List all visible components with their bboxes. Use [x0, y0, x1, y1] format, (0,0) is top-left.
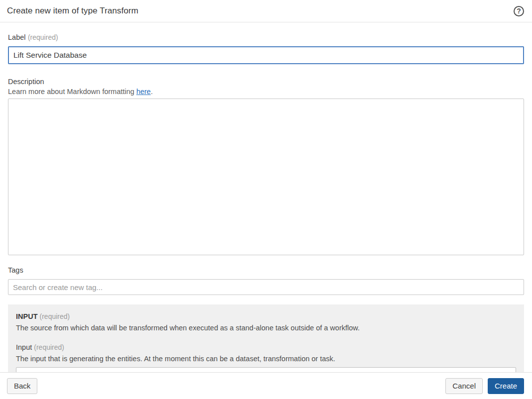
label-required-hint: (required) — [28, 33, 58, 41]
tags-label-row: Tags — [8, 266, 524, 275]
label-field-label-row: Label (required) — [8, 33, 524, 42]
dialog-header: Create new item of type Transform ? — [0, 0, 532, 22]
markdown-here-link[interactable]: here — [136, 88, 151, 96]
dialog-footer: Back Cancel Create — [0, 372, 532, 399]
back-button[interactable]: Back — [7, 378, 37, 394]
markdown-helper-line: Learn more about Markdown formatting her… — [8, 88, 524, 96]
description-textarea[interactable] — [8, 99, 524, 255]
input-field-description: The input that is generating the entitie… — [16, 355, 516, 363]
label-input[interactable] — [8, 46, 524, 64]
input-section-panel: INPUT (required) The source from which d… — [8, 304, 524, 372]
description-label: Description — [8, 78, 44, 86]
input-section-required-hint: (required) — [40, 312, 70, 320]
input-field-label: Input — [16, 343, 32, 351]
input-select[interactable]: Services — [16, 367, 516, 372]
footer-right-buttons: Cancel Create — [445, 378, 524, 394]
dialog-title: Create new item of type Transform — [7, 6, 138, 16]
description-label-row: Description — [8, 77, 524, 86]
input-field-label-row: Input (required) — [16, 343, 516, 351]
markdown-helper-prefix: Learn more about Markdown formatting — [8, 88, 136, 96]
markdown-helper-suffix: . — [151, 88, 153, 96]
label-field-label: Label — [8, 33, 25, 41]
tags-label: Tags — [8, 266, 23, 274]
input-section-description: The source from which data will be trans… — [16, 324, 516, 332]
input-section-heading: INPUT — [16, 312, 38, 320]
create-item-dialog: Create new item of type Transform ? Labe… — [0, 0, 532, 399]
cancel-button[interactable]: Cancel — [445, 378, 483, 394]
input-field-required-hint: (required) — [34, 343, 64, 351]
input-section-heading-row: INPUT (required) — [16, 312, 516, 320]
help-icon[interactable]: ? — [514, 6, 524, 16]
create-button[interactable]: Create — [488, 378, 524, 394]
dialog-content: Label (required) Description Learn more … — [0, 22, 532, 372]
tags-input[interactable] — [8, 279, 524, 295]
